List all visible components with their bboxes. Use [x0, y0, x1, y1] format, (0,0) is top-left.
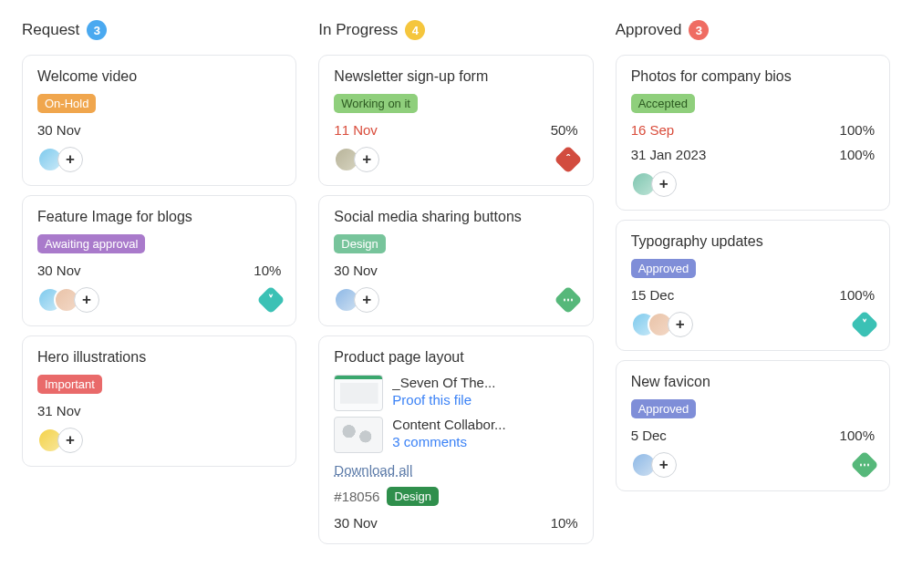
attachment-action-link[interactable]: Proof this file [392, 392, 495, 407]
attachment-row[interactable]: Content Collabor...3 comments [334, 417, 577, 453]
card-date: 15 Dec [631, 287, 675, 303]
attachment-thumbnail[interactable] [334, 417, 383, 453]
column-header: In Progress4 [318, 20, 593, 40]
status-tag: Approved [631, 399, 697, 418]
card-footer: +⋯ [631, 452, 875, 478]
status-tag: Design [334, 234, 385, 253]
priority-icon[interactable]: ⋯ [850, 450, 878, 479]
card-footer: +˅ [631, 312, 875, 337]
card-progress: 10% [254, 263, 281, 278]
card-date: 16 Sep [631, 122, 675, 138]
board-column: Request3Welcome videoOn-Hold30 Nov+Featu… [22, 20, 296, 544]
assignee-list: + [631, 171, 677, 197]
card-date: 30 Nov [334, 515, 378, 531]
task-card[interactable]: Typography updatesApproved15 Dec100%+˅ [616, 220, 890, 351]
task-card[interactable]: Photos for company biosAccepted16 Sep100… [616, 55, 890, 211]
priority-icon[interactable]: ⋯ [554, 285, 582, 314]
card-meta-row: 11 Nov50% [334, 122, 577, 138]
card-footer: +˅ [37, 287, 281, 313]
task-card[interactable]: Welcome videoOn-Hold30 Nov+ [22, 55, 296, 186]
attachment-filename: _Seven Of The... [392, 375, 495, 390]
task-card[interactable]: Hero illustrationsImportant31 Nov+ [22, 335, 296, 467]
column-title: Request [22, 21, 79, 39]
task-card[interactable]: New faviconApproved5 Dec100%+⋯ [616, 360, 890, 491]
attachment-filename: Content Collabor... [392, 417, 505, 432]
attachment-meta: _Seven Of The...Proof this file [392, 375, 495, 407]
task-card[interactable]: Feature Image for blogsAwaiting approval… [22, 195, 296, 326]
card-progress: 50% [551, 122, 578, 138]
card-progress: 100% [840, 122, 875, 138]
card-meta-row: 30 Nov [37, 122, 281, 138]
add-assignee-button[interactable]: + [651, 171, 677, 197]
attachment-row[interactable]: _Seven Of The...Proof this file [334, 375, 577, 411]
task-card[interactable]: Newsletter sign-up formWorking on it11 N… [318, 55, 593, 186]
column-count-badge: 3 [689, 20, 709, 40]
add-assignee-button[interactable]: + [651, 452, 677, 478]
assignee-list: + [37, 287, 99, 313]
add-assignee-button[interactable]: + [57, 147, 83, 172]
column-count-badge: 4 [405, 20, 425, 40]
board-column: Approved3Photos for company biosAccepted… [616, 20, 890, 544]
status-tag: Accepted [631, 94, 695, 113]
assignee-list: + [37, 428, 83, 453]
add-assignee-button[interactable]: + [74, 287, 99, 313]
card-title: Photos for company bios [631, 68, 875, 85]
column-count-badge: 3 [87, 20, 107, 40]
card-meta-row-secondary: 31 Jan 2023100% [631, 147, 875, 162]
card-ref-tag: Design [387, 487, 438, 506]
assignee-list: + [334, 147, 379, 172]
priority-glyph: ⋯ [563, 294, 574, 306]
card-date: 30 Nov [37, 122, 81, 138]
add-assignee-button[interactable]: + [668, 312, 693, 337]
card-date: 5 Dec [631, 428, 667, 443]
card-date: 11 Nov [334, 122, 378, 138]
board-column: In Progress4Newsletter sign-up formWorki… [318, 20, 593, 544]
column-title: Approved [616, 21, 682, 39]
add-assignee-button[interactable]: + [57, 428, 83, 453]
priority-glyph: ˅ [862, 318, 867, 331]
card-progress: 100% [840, 147, 875, 162]
attachment-thumbnail[interactable] [334, 375, 383, 411]
card-date-secondary: 31 Jan 2023 [631, 147, 707, 162]
priority-glyph: ⋯ [859, 459, 870, 471]
card-ref: #18056 [334, 489, 379, 504]
card-ref-line: #18056Design [334, 487, 577, 506]
attachment-list: _Seven Of The...Proof this fileContent C… [334, 375, 577, 453]
attachment-meta: Content Collabor...3 comments [392, 417, 505, 449]
assignee-list: + [334, 287, 379, 313]
avatar-group [631, 312, 673, 337]
card-date: 31 Nov [37, 403, 81, 418]
attachment-action-link[interactable]: 3 comments [392, 434, 505, 449]
download-all-link[interactable]: Download all [334, 462, 577, 478]
card-footer: + [37, 147, 281, 172]
card-date: 30 Nov [334, 263, 378, 278]
card-meta-row: 30 Nov10% [334, 515, 577, 531]
card-title: Typography updates [631, 233, 875, 250]
priority-icon[interactable]: ˅ [850, 310, 878, 338]
card-progress: 100% [840, 287, 875, 303]
add-assignee-button[interactable]: + [354, 287, 379, 313]
card-title: Newsletter sign-up form [334, 68, 577, 85]
priority-icon[interactable]: ˅ [257, 285, 285, 314]
assignee-list: + [631, 452, 677, 478]
task-card[interactable]: Social media sharing buttonsDesign30 Nov… [318, 195, 593, 326]
card-meta-row: 16 Sep100% [631, 122, 875, 138]
task-card[interactable]: Product page layout_Seven Of The...Proof… [318, 335, 593, 544]
card-title: New favicon [631, 374, 875, 390]
card-footer: +⋯ [334, 287, 577, 313]
card-footer: +ˆ [334, 147, 577, 172]
card-title: Hero illustrations [37, 349, 281, 366]
column-header: Approved3 [616, 20, 890, 40]
add-assignee-button[interactable]: + [354, 147, 379, 172]
status-tag: On-Hold [37, 94, 96, 113]
status-tag: Awaiting approval [37, 234, 145, 253]
priority-glyph: ˆ [566, 153, 570, 166]
column-title: In Progress [318, 21, 398, 39]
assignee-list: + [631, 312, 693, 337]
status-tag: Working on it [334, 94, 418, 113]
card-footer: + [631, 171, 875, 197]
priority-icon[interactable]: ˆ [554, 145, 582, 173]
card-meta-row: 31 Nov [37, 403, 281, 418]
assignee-list: + [37, 147, 83, 172]
card-progress: 10% [551, 515, 578, 531]
